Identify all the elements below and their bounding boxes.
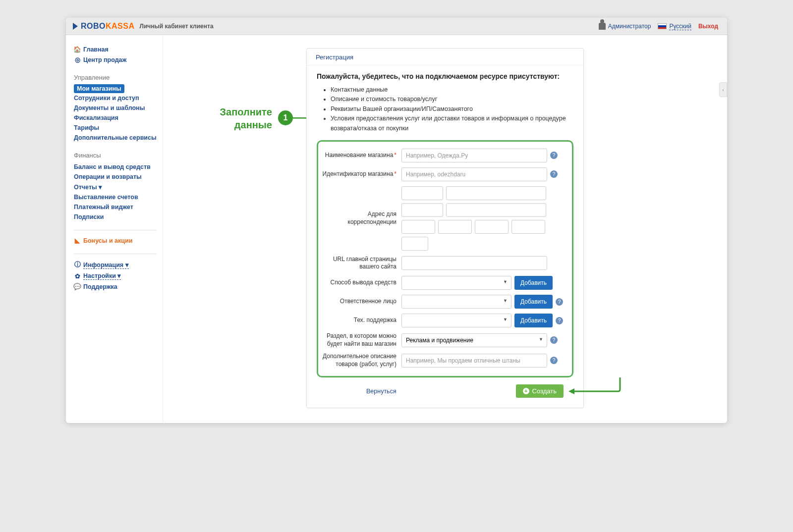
add-responsible-button[interactable]: Добавить: [514, 295, 553, 309]
checklist-item: Контактные данные: [331, 85, 573, 95]
ribbon-icon: ◣: [74, 237, 81, 244]
checklist-item: Условия предоставления услуг или доставк…: [331, 114, 573, 133]
info-icon: ⓘ: [74, 261, 81, 269]
sidebar-section-mgmt: Управление: [74, 74, 157, 81]
sidebar-fisc[interactable]: Фискализация: [74, 113, 157, 123]
input-store-id[interactable]: [401, 167, 547, 181]
checklist-item: Описание и стоимость товаров/услуг: [331, 95, 573, 104]
select-section[interactable]: Реклама и продвижение: [401, 333, 547, 347]
sidebar-ops[interactable]: Операции и возвраты: [74, 172, 157, 182]
help-icon[interactable]: ?: [550, 357, 558, 364]
checklist-item: Реквизиты Вашей организации/ИП/Самозанят…: [331, 105, 573, 114]
sidebar: 🏠Главная ◎Центр продаж Управление Мои ма…: [66, 35, 163, 423]
main-area: Заполните данные 1 Регистрация Пожалуйст…: [163, 35, 727, 423]
sidebar-home-label: Главная: [83, 46, 109, 53]
target-icon: ◎: [74, 56, 81, 63]
input-address-5[interactable]: [401, 220, 435, 234]
select-withdraw[interactable]: [401, 276, 511, 290]
label-address: Адрес для корреспонденции: [318, 211, 401, 226]
select-responsible[interactable]: [401, 295, 511, 309]
input-address-3[interactable]: [401, 203, 443, 217]
add-withdraw-button[interactable]: Добавить: [514, 276, 553, 290]
sidebar-invoice[interactable]: Выставление счетов: [74, 192, 157, 202]
label-responsible: Ответственное лицо: [318, 298, 401, 306]
lang-label: Русский: [669, 23, 691, 30]
label-desc: Дополнительное описание товаров (работ, …: [318, 353, 401, 368]
label-store-name: Наименование магазина*: [318, 152, 401, 160]
header-subtitle: Личный кабинет клиента: [140, 23, 214, 30]
help-icon[interactable]: ?: [556, 298, 563, 306]
create-button[interactable]: +Создать: [516, 384, 564, 398]
sidebar-staff[interactable]: Сотрудники и доступ: [74, 93, 157, 103]
sidebar-subs[interactable]: Подписки: [74, 212, 157, 222]
lang-link[interactable]: Русский: [658, 23, 691, 30]
sidebar-info[interactable]: ⓘИнформация ▾: [74, 259, 157, 270]
back-button[interactable]: Вернуться: [366, 388, 396, 395]
input-address-7[interactable]: [475, 220, 509, 234]
annotation-fill: Заполните данные: [183, 106, 272, 131]
input-url[interactable]: [401, 256, 547, 270]
sidebar-tariffs[interactable]: Тарифы: [74, 123, 157, 133]
label-store-id: Идентификатор магазина*: [318, 170, 401, 178]
home-icon: 🏠: [74, 46, 81, 53]
input-address-9[interactable]: [401, 237, 428, 251]
sidebar-section-fin: Финансы: [74, 152, 157, 159]
sidebar-widget[interactable]: Платежный виджет: [74, 202, 157, 212]
registration-card: Регистрация Пожалуйста, убедитесь, что н…: [306, 48, 584, 408]
sidebar-extra[interactable]: Дополнительные сервисы: [74, 133, 157, 143]
input-address-4[interactable]: [446, 203, 546, 217]
input-address-6[interactable]: [438, 220, 472, 234]
select-support[interactable]: [401, 314, 511, 327]
label-withdraw: Способ вывода средств: [318, 279, 401, 287]
label-url: URL главной страницы вашего сайта: [318, 256, 401, 271]
sidebar-info-label: Информация ▾: [83, 261, 129, 269]
sidebar-reports[interactable]: Отчеты ▾: [74, 182, 157, 192]
collapse-handle[interactable]: ‹: [719, 82, 727, 97]
card-tab[interactable]: Регистрация: [307, 49, 583, 65]
sidebar-settings-label: Настройки ▾: [83, 272, 121, 280]
help-icon[interactable]: ?: [550, 336, 558, 344]
input-desc[interactable]: [401, 354, 547, 368]
input-address-2[interactable]: [446, 186, 546, 200]
gear-icon: ✿: [74, 272, 81, 280]
sidebar-support[interactable]: 💬Поддержка: [74, 281, 157, 292]
logout-link[interactable]: Выход: [698, 23, 718, 30]
card-heading: Пожалуйста, убедитесь, что на подключаем…: [317, 72, 573, 80]
label-section: Раздел, в котором можно будет найти ваш …: [318, 332, 401, 348]
sidebar-support-label: Поддержка: [83, 283, 117, 290]
plus-icon: +: [523, 388, 529, 394]
connector-arrow-2: [566, 377, 625, 407]
label-support: Тех. поддержка: [318, 317, 401, 324]
sidebar-sales[interactable]: ◎Центр продаж: [74, 54, 157, 65]
chat-icon: 💬: [74, 283, 81, 290]
top-bar: ROBOKASSA Личный кабинет клиента Админис…: [66, 18, 727, 35]
checklist: Контактные данные Описание и стоимость т…: [331, 85, 573, 133]
sidebar-sales-label: Центр продаж: [83, 56, 126, 63]
add-support-button[interactable]: Добавить: [514, 314, 553, 327]
sidebar-stores[interactable]: Мои магазины: [74, 84, 124, 93]
annotation-badge-1: 1: [278, 110, 293, 125]
input-address-8[interactable]: [511, 220, 545, 234]
sidebar-settings[interactable]: ✿Настройки ▾: [74, 270, 157, 281]
sidebar-bonus-label: Бонусы и акции: [83, 237, 132, 244]
sidebar-bonus[interactable]: ◣Бонусы и акции: [74, 235, 157, 246]
help-icon[interactable]: ?: [556, 317, 563, 324]
create-button-label: Создать: [532, 387, 557, 395]
input-store-name[interactable]: [401, 149, 547, 162]
form-highlight: Наименование магазина* ? Идентификатор м…: [317, 140, 573, 378]
admin-link[interactable]: Администратор: [599, 23, 651, 30]
logo-text-2: KASSA: [106, 22, 135, 31]
user-icon: [599, 23, 606, 30]
sidebar-balance[interactable]: Баланс и вывод средств: [74, 162, 157, 172]
logo: ROBOKASSA: [73, 22, 135, 31]
sidebar-home[interactable]: 🏠Главная: [74, 44, 157, 54]
logo-text-1: ROBO: [81, 22, 106, 31]
admin-label: Администратор: [608, 23, 651, 30]
input-address-1[interactable]: [401, 186, 443, 200]
help-icon[interactable]: ?: [550, 170, 558, 178]
help-icon[interactable]: ?: [550, 152, 558, 159]
logo-mark-icon: [73, 23, 78, 30]
flag-ru-icon: [658, 23, 667, 29]
sidebar-docs[interactable]: Документы и шаблоны: [74, 103, 157, 113]
